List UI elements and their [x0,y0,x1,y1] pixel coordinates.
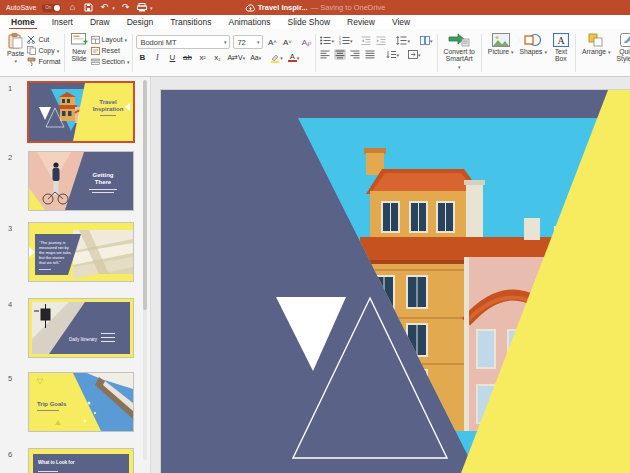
textbox-button[interactable]: A Text Box [550,31,572,65]
quick-styles-button[interactable]: Quick Styles ▾ [613,31,630,65]
smartart-icon [448,33,470,47]
clipboard-icon [8,33,23,49]
layout-caret-icon: ▾ [125,37,128,43]
svg-text:A: A [557,35,565,46]
align-center-button[interactable] [334,49,346,60]
main-area: 1 2 3 4 5 6 [0,77,630,473]
strikethrough-button[interactable]: ab [181,52,193,63]
slide-thumbnail-4[interactable]: Daily Itinerary [28,298,134,358]
numbering-button[interactable]: 123▾ [338,35,354,46]
tab-design[interactable]: Design [127,17,153,27]
copy-caret-icon: ▾ [57,48,60,54]
paragraph-group: ▾ 123▾ ▾ ▾ [319,31,433,75]
text-direction-button[interactable]: ▾ [407,49,422,60]
align-left-button[interactable] [319,49,331,60]
clear-formatting-button[interactable]: A℘ [300,37,312,48]
slide-thumbnail-3[interactable]: "The journey is measured not by the maps… [28,222,134,282]
autosave-toggle[interactable]: On [42,4,61,12]
tab-insert[interactable]: Insert [52,17,73,27]
increase-indent-button[interactable] [375,35,387,46]
format-brush-icon [27,57,36,66]
home-icon[interactable]: ⌂ [67,3,77,13]
tab-review[interactable]: Review [347,17,375,27]
layout-icon [91,36,100,44]
paste-button[interactable]: Paste ▾ [4,31,27,66]
align-right-button[interactable] [349,49,361,60]
new-slide-button[interactable]: New Slide [68,31,91,65]
panel-scrollbar-thumb[interactable] [143,80,147,310]
bold-button[interactable]: B [136,52,148,63]
section-icon [91,58,100,66]
highlight-color-button[interactable]: ▾ [269,52,284,63]
smartart-group: Convert to SmartArt ▾ [441,31,478,75]
save-icon[interactable] [83,3,93,13]
vertical-align-icon [386,50,396,59]
justify-button[interactable] [364,49,376,60]
columns-button[interactable]: ▾ [419,35,434,46]
thumb1-title-line2: Inspiration [93,106,124,112]
thumb4-title: Daily Itinerary [69,337,98,342]
picture-button[interactable]: Picture ▾ [485,31,517,58]
tab-home[interactable]: Home [11,17,35,27]
tab-transitions[interactable]: Transitions [170,17,211,27]
tab-slideshow[interactable]: Slide Show [288,17,331,27]
superscript-button[interactable]: x² [196,52,208,63]
title-bar: AutoSave On ⌂ ↶▾ ↷ ▾ Travel Inspir... — … [0,0,630,15]
convert-smartart-button[interactable]: Convert to SmartArt ▾ [441,31,478,72]
slide-number-1: 1 [8,84,12,93]
slide-thumbnail-5[interactable]: Trip Goals [28,372,134,432]
arrange-button[interactable]: Arrange ▾ [579,31,614,58]
font-color-button[interactable]: A▾ [287,52,301,63]
shapes-button[interactable]: Shapes ▾ [516,31,549,58]
save-status: — Saving to OneDrive [311,3,386,12]
outdent-icon [361,36,371,45]
panel-scrollbar[interactable] [143,80,147,460]
align-text-button[interactable]: ▾ [385,49,400,60]
decrease-indent-button[interactable] [360,35,372,46]
slide-thumbnail-6[interactable]: What to Look for [28,448,134,473]
tab-draw[interactable]: Draw [90,17,110,27]
slide-thumbnail-2[interactable]: Getting There [28,151,134,211]
slide-number-3: 3 [8,224,12,233]
line-spacing-icon [396,36,407,45]
shapes-caret-icon: ▾ [544,49,547,55]
undo-caret-icon[interactable]: ▾ [112,5,115,11]
font-name-select[interactable]: Bodoni MT▾ [136,35,230,49]
toolbar-more-icon[interactable]: ▾ [150,5,153,11]
subscript-button[interactable]: x₂ [211,52,223,63]
text-direction-icon [420,36,430,45]
shapes-icon [524,33,542,47]
arrange-group: Arrange ▾ Quick Styles ▾ Shape Fill Shap… [579,31,630,75]
italic-button[interactable]: I [151,52,163,63]
copy-button[interactable]: Copy ▾ [27,46,60,55]
cut-button[interactable]: Cut [27,35,60,44]
thumb3-quote-line5: that we tell." [39,260,61,265]
slide-number-6: 6 [8,450,12,459]
character-spacing-button[interactable]: A⇄V▾ [226,52,246,63]
ribbon: Paste ▾ Cut Copy ▾ Format New Slide [0,29,630,77]
picture-icon [492,33,510,47]
format-painter-button[interactable]: Format [27,57,60,66]
reset-button[interactable]: Reset [91,46,130,55]
undo-icon[interactable]: ↶ [99,3,109,13]
align-center-icon [335,50,345,59]
tab-animations[interactable]: Animations [228,17,270,27]
increase-font-button[interactable]: A˄ [266,37,278,48]
line-spacing-button[interactable]: ▾ [395,35,411,46]
print-icon[interactable] [137,3,147,13]
font-size-select[interactable]: 72▾ [233,35,263,49]
bullets-button[interactable]: ▾ [319,35,335,46]
bullet-list-icon [320,36,331,45]
change-case-button[interactable]: Aa▾ [249,52,262,63]
numbered-list-icon: 123 [339,36,350,45]
slide-thumbnail-1[interactable]: Travel Inspiration [27,81,135,143]
thumb2-title-line1: Getting [93,172,114,178]
layout-button[interactable]: Layout ▾ [91,35,130,44]
current-slide[interactable] [161,90,630,473]
section-button[interactable]: Section ▾ [91,57,130,66]
tab-view[interactable]: View [392,17,410,27]
underline-button[interactable]: U [166,52,178,63]
decrease-font-button[interactable]: A˅ [281,37,293,48]
redo-icon[interactable]: ↷ [121,3,131,13]
toggle-knob [54,5,60,11]
